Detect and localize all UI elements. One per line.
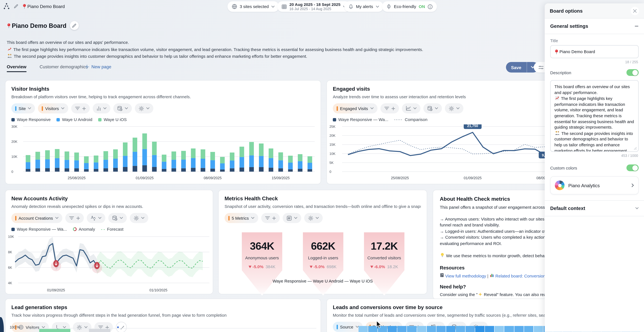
gear-icon [448,106,454,111]
legend-item[interactable]: Waye U iOS [98,117,127,122]
edit-title-button[interactable] [70,21,79,30]
legend-item[interactable]: ·····Comparison [394,117,428,122]
legend-item[interactable]: Waye U Android [56,117,92,122]
heatmap-cell[interactable] [514,326,524,332]
chevron-down-icon [370,107,374,110]
heatmap-cell[interactable] [524,326,533,332]
settings-gear-button[interactable] [130,213,148,223]
chevron-down-icon [356,325,359,328]
database-icon [427,106,432,111]
heatmap-cell[interactable] [534,326,543,332]
save-button[interactable]: Save [506,62,538,73]
bar-chart-icon [96,106,101,111]
heatmap-cell[interactable] [456,326,465,332]
heatmap-cell[interactable] [466,326,475,332]
heatmap-cell[interactable] [398,326,407,332]
link-view-methodology[interactable]: View full methodology [445,273,486,278]
resize-handle-icon[interactable] [634,147,637,150]
chart-type-button[interactable] [93,103,110,113]
settings-gear-button[interactable] [135,103,153,113]
eco-friendly-toggle[interactable]: Eco-friendly ON [382,1,437,12]
settings-gear-button[interactable] [445,103,463,113]
description-paragraph: This board offers an overview of our sit… [7,39,528,46]
heatmap-cell[interactable] [426,326,436,332]
people-icon [555,131,560,135]
heatmap-cell[interactable] [475,326,484,332]
date-range-selector[interactable]: 20 Aug 2025 - 18 Sept 2025 16 Jul 2025 -… [277,1,350,12]
anomaly-button[interactable] [87,213,105,223]
heatmap-cell[interactable] [407,326,416,332]
metric-pill-visitors[interactable]: Visitors [38,103,68,113]
settings-gear-button[interactable] [73,322,91,332]
filter-button[interactable] [261,213,280,223]
data-source-button[interactable] [113,103,132,113]
heatmap-cell[interactable] [358,326,368,332]
data-source-button[interactable] [423,103,442,113]
metric-pill-engaged-visits[interactable]: Engaged Visits [333,103,377,113]
filter-icon [98,325,103,329]
number-format-button[interactable] [282,213,301,223]
my-alerts-button[interactable]: My alerts [344,1,383,12]
legend-item[interactable]: Waye Responsive [11,117,51,122]
separator: | [487,273,488,278]
title-input[interactable]: Piano Demo Board [550,45,638,58]
legend-item[interactable]: Anomaly [73,227,95,231]
svg-text:25K: 25K [330,125,336,128]
sites-selector[interactable]: 3 sites selected [228,1,279,12]
close-panel-button[interactable] [630,7,639,15]
bar-chart-icon [490,273,494,277]
chevron-down-icon [294,217,297,219]
legend-item[interactable]: Waye Responsive — Wa... [11,227,67,231]
kpi-previous-value: 698K [327,264,336,269]
filter-button[interactable] [380,103,399,113]
dimension-pill-site[interactable]: Site [11,103,35,113]
gear-icon [308,215,313,221]
plus-icon [391,107,395,110]
ai-wand-button[interactable] [116,322,127,332]
board-options-panel: Board options General settings Title Pia… [545,3,644,332]
heatmap-cell[interactable] [485,326,494,332]
info-icon[interactable] [428,4,432,9]
hash-icon [286,215,292,221]
dimension-pill-source[interactable]: Source [333,322,362,332]
anomaly-icon [90,215,96,221]
heatmap-cell[interactable] [417,326,426,332]
settings-gear-button[interactable] [304,213,322,223]
general-settings-header[interactable]: General settings [545,19,644,34]
close-icon [633,9,637,13]
color-palette-card[interactable]: Piano Analytics [550,176,638,194]
chevron-down-icon [635,207,638,210]
mouse-cursor [376,320,382,330]
metric-pill-5-metrics[interactable]: 5 Metrics [224,213,258,223]
svg-text:6K: 6K [8,266,12,269]
new-page-button[interactable]: New page [85,64,111,69]
color-wheel-icon [555,180,564,190]
metric-pill-account-creations[interactable]: Account Creations [11,213,62,223]
legend-item[interactable]: Waye Responsive — Wa... [333,117,388,122]
tab-customer-demographics[interactable]: Customer demographics [40,64,88,69]
svg-text:01/09/2025: 01/09/2025 [464,176,482,180]
edit-board-icon[interactable] [14,4,18,9]
new-accounts-chart: 10K8K6K4K01/09/202501/10/2025 [8,233,211,295]
custom-colors-toggle[interactable] [626,164,638,171]
heatmap-cell[interactable] [495,326,504,332]
heatmap-cell[interactable] [388,326,397,332]
card-subtitle: Anomaly detection reveals unexpected spi… [11,204,207,209]
chart-type-button[interactable] [402,103,420,113]
heatmap-cell[interactable] [504,326,514,332]
filter-button[interactable] [71,103,90,113]
chevron-down-icon [125,107,128,110]
data-source-button[interactable] [108,213,127,223]
tab-overview[interactable]: Overview [7,64,26,69]
description-toggle[interactable] [626,69,638,76]
chevron-down-icon [146,107,150,110]
legend-item[interactable]: - -Forecast [101,227,124,231]
piano-analytics-logo-icon[interactable] [3,3,10,9]
heatmap-cell[interactable] [446,326,456,332]
default-context-header[interactable]: Default context [545,201,644,216]
description-textarea[interactable]: This board offers an overview of our sit… [550,80,638,152]
heatmap-cell[interactable] [436,326,446,332]
svg-text:21,750: 21,750 [467,124,478,128]
funnel-edge-decoration [0,317,4,332]
filter-button[interactable] [65,213,84,223]
